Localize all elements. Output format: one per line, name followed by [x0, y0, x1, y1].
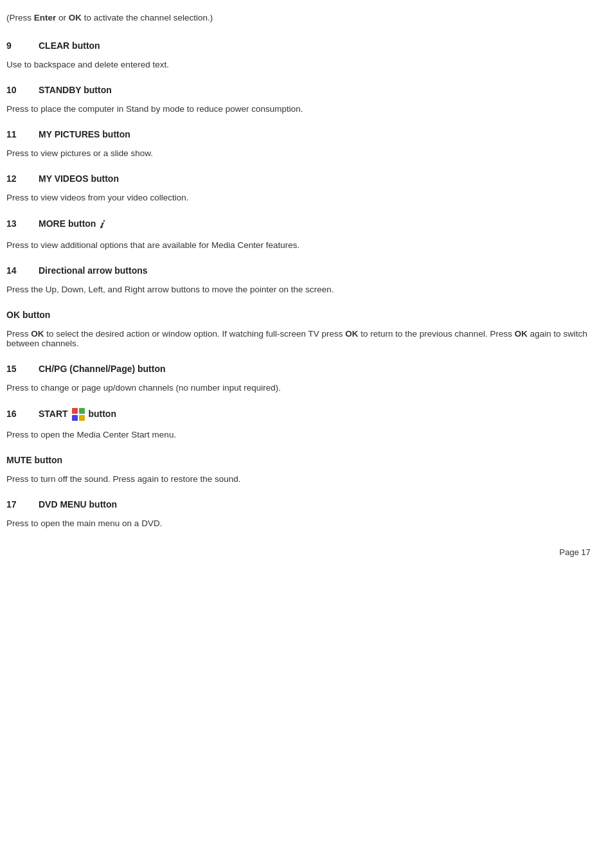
- svg-rect-2: [72, 415, 78, 421]
- enter-label: Enter: [34, 13, 57, 22]
- more-icon: 𝑖: [100, 218, 103, 231]
- ok-bold-3: OK: [515, 329, 528, 339]
- ok-desc: Press OK to select the desired action or…: [6, 329, 594, 348]
- section-16-heading: 16 START button: [6, 404, 594, 421]
- intro-prefix: (Press: [6, 13, 34, 22]
- section-16-desc: Press to open the Media Center Start men…: [6, 430, 594, 439]
- section-14-desc: Press the Up, Down, Left, and Right arro…: [6, 285, 594, 294]
- section-10-title: STANDBY button: [39, 85, 112, 95]
- section-9-number: 9: [6, 40, 26, 51]
- section-11-title: MY PICTURES button: [39, 129, 130, 139]
- section-16-button-suffix: button: [88, 409, 116, 419]
- mute-heading: MUTE button: [6, 451, 594, 465]
- section-14: 14 Directional arrow buttons Press the U…: [6, 261, 594, 294]
- section-17: 17 DVD MENU button Press to open the mai…: [6, 495, 594, 528]
- section-10-heading: 10 STANDBY button: [6, 81, 594, 95]
- section-10: 10 STANDBY button Press to place the com…: [6, 81, 594, 114]
- ok-bold-1: OK: [31, 329, 44, 339]
- section-mute: MUTE button Press to turn off the sound.…: [6, 451, 594, 484]
- section-11-number: 11: [6, 129, 26, 139]
- section-ok: OK button Press OK to select the desired…: [6, 306, 594, 348]
- section-11-heading: 11 MY PICTURES button: [6, 125, 594, 139]
- section-12-desc: Press to view videos from your video col…: [6, 193, 594, 202]
- section-17-desc: Press to open the main menu on a DVD.: [6, 518, 594, 528]
- section-11-desc: Press to view pictures or a slide show.: [6, 148, 594, 158]
- page-number: Page 17: [560, 547, 591, 557]
- section-12: 12 MY VIDEOS button Press to view videos…: [6, 170, 594, 202]
- section-15-desc: Press to change or page up/down channels…: [6, 383, 594, 393]
- ok-label: OK: [69, 13, 82, 22]
- page-footer: Page 17: [6, 547, 594, 557]
- section-13-desc: Press to view additional options that ar…: [6, 240, 594, 250]
- ok-bold-2: OK: [345, 329, 358, 339]
- section-14-title: Directional arrow buttons: [39, 265, 148, 276]
- section-15-title: CH/PG (Channel/Page) button: [39, 364, 166, 374]
- section-13-title: MORE button 𝑖: [39, 218, 103, 231]
- start-icon: [72, 408, 85, 421]
- svg-rect-3: [79, 415, 85, 421]
- section-12-heading: 12 MY VIDEOS button: [6, 170, 594, 184]
- section-16-number: 16: [6, 409, 26, 419]
- section-12-title: MY VIDEOS button: [39, 173, 119, 184]
- section-9-title: CLEAR button: [39, 40, 100, 51]
- section-9-heading: 9 CLEAR button: [6, 37, 594, 51]
- section-16-title: START button: [39, 408, 116, 421]
- section-13-title-text: MORE button: [39, 218, 96, 229]
- section-13-heading: 13 MORE button 𝑖: [6, 214, 594, 231]
- section-15-number: 15: [6, 364, 26, 374]
- intro-or: or: [56, 13, 69, 22]
- section-13-number: 13: [6, 218, 26, 229]
- section-16-start-label: START: [39, 409, 68, 419]
- section-17-heading: 17 DVD MENU button: [6, 495, 594, 509]
- intro-text: (Press Enter or OK to activate the chann…: [6, 13, 594, 22]
- section-11: 11 MY PICTURES button Press to view pict…: [6, 125, 594, 158]
- section-10-desc: Press to place the computer in Stand by …: [6, 104, 594, 114]
- section-13: 13 MORE button 𝑖 Press to view additiona…: [6, 214, 594, 250]
- mute-desc: Press to turn off the sound. Press again…: [6, 474, 594, 484]
- section-14-heading: 14 Directional arrow buttons: [6, 261, 594, 276]
- svg-rect-1: [79, 408, 85, 414]
- section-17-number: 17: [6, 499, 26, 509]
- section-14-number: 14: [6, 265, 26, 276]
- section-10-number: 10: [6, 85, 26, 95]
- intro-suffix: to activate the channel selection.): [82, 13, 213, 22]
- section-16: 16 START button Press to open the Media …: [6, 404, 594, 439]
- svg-rect-0: [72, 408, 78, 414]
- ok-heading: OK button: [6, 306, 594, 320]
- section-9: 9 CLEAR button Use to backspace and dele…: [6, 37, 594, 69]
- section-12-number: 12: [6, 173, 26, 184]
- section-17-title: DVD MENU button: [39, 499, 117, 509]
- section-9-desc: Use to backspace and delete entered text…: [6, 60, 594, 69]
- section-15-heading: 15 CH/PG (Channel/Page) button: [6, 360, 594, 374]
- section-15: 15 CH/PG (Channel/Page) button Press to …: [6, 360, 594, 393]
